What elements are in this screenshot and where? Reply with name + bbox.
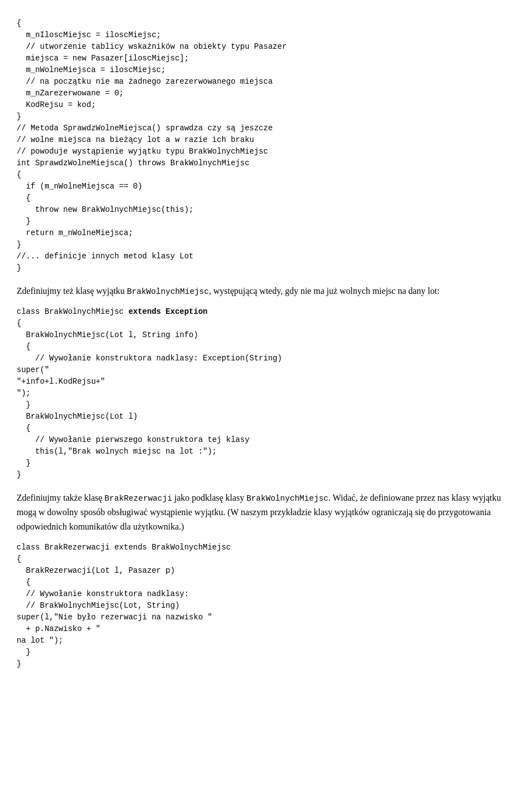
prose-paragraph-1: Zdefiniujmy też klasę wyjątku BrakWolnyc…	[17, 284, 515, 298]
prose-2-code2: BrakWolnychMiejsc	[247, 494, 329, 503]
code-block-2: class BrakWolnychMiejsc extends Exceptio…	[17, 306, 515, 481]
page-container: { m_nIloscMiejsc = iloscMiejsc; // utwor…	[17, 18, 515, 670]
prose-1-code: BrakWolnychMiejsc	[127, 287, 209, 296]
prose-2-part1: Zdefiniujmy także klasę	[17, 493, 105, 502]
code-block-1: { m_nIloscMiejsc = iloscMiejsc; // utwor…	[17, 18, 515, 274]
prose-2-part2: jako podklasę klasy	[172, 493, 246, 502]
prose-1-text: Zdefiniujmy też klasę wyjątku	[17, 286, 127, 296]
prose-2-code1: BrakRezerwacji	[105, 494, 172, 503]
code-block-3: class BrakRezerwacji extends BrakWolnych…	[17, 542, 515, 670]
prose-paragraph-2: Zdefiniujmy także klasę BrakRezerwacji j…	[17, 491, 515, 533]
prose-1-rest: , występującą wtedy, gdy nie ma już woln…	[209, 286, 439, 296]
